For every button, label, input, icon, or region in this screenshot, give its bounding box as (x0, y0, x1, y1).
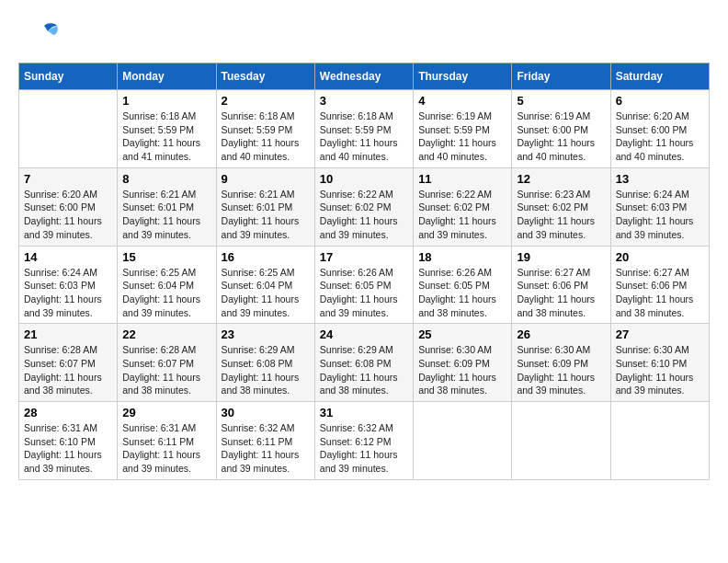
cell-info: Sunrise: 6:18 AMSunset: 5:59 PMDaylight:… (222, 110, 300, 162)
calendar-cell: 14Sunrise: 6:24 AMSunset: 6:03 PMDayligh… (19, 246, 118, 324)
calendar-cell: 5Sunrise: 6:19 AMSunset: 6:00 PMDaylight… (512, 90, 610, 168)
calendar-cell: 31Sunrise: 6:32 AMSunset: 6:12 PMDayligh… (314, 402, 413, 480)
cell-info: Sunrise: 6:29 AMSunset: 6:08 PMDaylight:… (320, 344, 398, 396)
calendar-cell: 23Sunrise: 6:29 AMSunset: 6:08 PMDayligh… (216, 324, 314, 402)
cell-info: Sunrise: 6:27 AMSunset: 6:06 PMDaylight:… (517, 267, 595, 318)
calendar-cell: 10Sunrise: 6:22 AMSunset: 6:02 PMDayligh… (314, 167, 413, 246)
cell-info: Sunrise: 6:24 AMSunset: 6:03 PMDaylight:… (616, 189, 694, 240)
day-number: 12 (517, 172, 605, 186)
cell-info: Sunrise: 6:18 AMSunset: 5:59 PMDaylight:… (122, 110, 200, 162)
calendar-cell: 18Sunrise: 6:26 AMSunset: 6:05 PMDayligh… (414, 246, 512, 324)
calendar-cell: 9Sunrise: 6:21 AMSunset: 6:01 PMDaylight… (216, 167, 314, 246)
calendar-cell: 8Sunrise: 6:21 AMSunset: 6:01 PMDaylight… (118, 167, 216, 246)
page-header (18, 18, 710, 53)
cell-info: Sunrise: 6:20 AMSunset: 6:00 PMDaylight:… (616, 110, 694, 162)
calendar-cell: 15Sunrise: 6:25 AMSunset: 6:04 PMDayligh… (118, 246, 216, 324)
cell-info: Sunrise: 6:22 AMSunset: 6:02 PMDaylight:… (418, 189, 496, 240)
calendar-cell: 13Sunrise: 6:24 AMSunset: 6:03 PMDayligh… (610, 167, 709, 246)
day-number: 18 (418, 250, 506, 264)
day-number: 4 (418, 94, 506, 108)
cell-info: Sunrise: 6:32 AMSunset: 6:11 PMDaylight:… (222, 422, 300, 474)
calendar-cell: 22Sunrise: 6:28 AMSunset: 6:07 PMDayligh… (118, 324, 216, 402)
day-number: 1 (122, 94, 210, 108)
day-number: 30 (222, 406, 310, 419)
calendar-cell (512, 402, 610, 480)
day-number: 9 (222, 172, 310, 186)
calendar-cell: 11Sunrise: 6:22 AMSunset: 6:02 PMDayligh… (414, 167, 512, 246)
cell-info: Sunrise: 6:26 AMSunset: 6:05 PMDaylight:… (320, 267, 398, 318)
logo-svg (18, 18, 60, 53)
calendar-cell (414, 402, 512, 480)
day-number: 17 (320, 250, 408, 264)
cell-info: Sunrise: 6:21 AMSunset: 6:01 PMDaylight:… (122, 189, 200, 240)
calendar-cell: 25Sunrise: 6:30 AMSunset: 6:09 PMDayligh… (414, 324, 512, 402)
day-number: 6 (616, 94, 704, 108)
day-number: 15 (122, 250, 210, 264)
cell-info: Sunrise: 6:22 AMSunset: 6:02 PMDaylight:… (320, 189, 398, 240)
cell-info: Sunrise: 6:28 AMSunset: 6:07 PMDaylight:… (122, 344, 200, 396)
cell-info: Sunrise: 6:25 AMSunset: 6:04 PMDaylight:… (222, 267, 300, 318)
day-number: 10 (320, 172, 408, 186)
day-number: 23 (222, 327, 310, 341)
day-number: 26 (517, 327, 605, 341)
calendar-cell: 21Sunrise: 6:28 AMSunset: 6:07 PMDayligh… (19, 324, 118, 402)
week-row-4: 28Sunrise: 6:31 AMSunset: 6:10 PMDayligh… (19, 402, 710, 480)
cell-info: Sunrise: 6:24 AMSunset: 6:03 PMDaylight:… (24, 267, 102, 318)
cell-info: Sunrise: 6:23 AMSunset: 6:02 PMDaylight:… (517, 189, 595, 240)
cell-info: Sunrise: 6:32 AMSunset: 6:12 PMDaylight:… (320, 422, 398, 474)
cell-info: Sunrise: 6:27 AMSunset: 6:06 PMDaylight:… (616, 267, 694, 318)
cell-info: Sunrise: 6:25 AMSunset: 6:04 PMDaylight:… (122, 267, 200, 318)
calendar-cell: 7Sunrise: 6:20 AMSunset: 6:00 PMDaylight… (19, 167, 118, 246)
day-number: 29 (122, 406, 210, 419)
cell-info: Sunrise: 6:20 AMSunset: 6:00 PMDaylight:… (24, 189, 102, 240)
calendar-cell: 17Sunrise: 6:26 AMSunset: 6:05 PMDayligh… (314, 246, 413, 324)
cell-info: Sunrise: 6:30 AMSunset: 6:09 PMDaylight:… (418, 344, 496, 396)
day-number: 14 (24, 250, 112, 264)
cell-info: Sunrise: 6:19 AMSunset: 6:00 PMDaylight:… (517, 110, 595, 162)
calendar-cell: 19Sunrise: 6:27 AMSunset: 6:06 PMDayligh… (512, 246, 610, 324)
calendar-cell: 16Sunrise: 6:25 AMSunset: 6:04 PMDayligh… (216, 246, 314, 324)
calendar-cell: 4Sunrise: 6:19 AMSunset: 5:59 PMDaylight… (414, 90, 512, 168)
day-number: 20 (616, 250, 704, 264)
day-number: 24 (320, 327, 408, 341)
calendar-header-row: SundayMondayTuesdayWednesdayThursdayFrid… (19, 63, 710, 90)
calendar-cell (19, 90, 118, 168)
day-number: 22 (122, 327, 210, 341)
header-wednesday: Wednesday (314, 63, 413, 90)
cell-info: Sunrise: 6:28 AMSunset: 6:07 PMDaylight:… (24, 344, 102, 396)
cell-info: Sunrise: 6:30 AMSunset: 6:10 PMDaylight:… (616, 344, 694, 396)
cell-info: Sunrise: 6:30 AMSunset: 6:09 PMDaylight:… (517, 344, 595, 396)
cell-info: Sunrise: 6:19 AMSunset: 5:59 PMDaylight:… (418, 110, 496, 162)
header-tuesday: Tuesday (216, 63, 314, 90)
header-sunday: Sunday (19, 63, 118, 90)
calendar-cell: 24Sunrise: 6:29 AMSunset: 6:08 PMDayligh… (314, 324, 413, 402)
week-row-1: 7Sunrise: 6:20 AMSunset: 6:00 PMDaylight… (19, 167, 710, 246)
cell-info: Sunrise: 6:21 AMSunset: 6:01 PMDaylight:… (222, 189, 300, 240)
calendar-cell: 20Sunrise: 6:27 AMSunset: 6:06 PMDayligh… (610, 246, 709, 324)
cell-info: Sunrise: 6:18 AMSunset: 5:59 PMDaylight:… (320, 110, 398, 162)
day-number: 2 (222, 94, 310, 108)
calendar-cell: 27Sunrise: 6:30 AMSunset: 6:10 PMDayligh… (610, 324, 709, 402)
calendar-cell: 12Sunrise: 6:23 AMSunset: 6:02 PMDayligh… (512, 167, 610, 246)
day-number: 27 (616, 327, 704, 341)
calendar-cell: 26Sunrise: 6:30 AMSunset: 6:09 PMDayligh… (512, 324, 610, 402)
cell-info: Sunrise: 6:29 AMSunset: 6:08 PMDaylight:… (222, 344, 300, 396)
day-number: 5 (517, 94, 605, 108)
cell-info: Sunrise: 6:31 AMSunset: 6:10 PMDaylight:… (24, 422, 102, 474)
day-number: 3 (320, 94, 408, 108)
week-row-0: 1Sunrise: 6:18 AMSunset: 5:59 PMDaylight… (19, 90, 710, 168)
day-number: 25 (418, 327, 506, 341)
day-number: 11 (418, 172, 506, 186)
day-number: 7 (24, 172, 112, 186)
header-saturday: Saturday (610, 63, 709, 90)
day-number: 21 (24, 327, 112, 341)
calendar-cell: 6Sunrise: 6:20 AMSunset: 6:00 PMDaylight… (610, 90, 709, 168)
day-number: 8 (122, 172, 210, 186)
header-monday: Monday (118, 63, 216, 90)
day-number: 19 (517, 250, 605, 264)
calendar-cell: 1Sunrise: 6:18 AMSunset: 5:59 PMDaylight… (118, 90, 216, 168)
calendar-cell: 28Sunrise: 6:31 AMSunset: 6:10 PMDayligh… (19, 402, 118, 480)
week-row-2: 14Sunrise: 6:24 AMSunset: 6:03 PMDayligh… (19, 246, 710, 324)
week-row-3: 21Sunrise: 6:28 AMSunset: 6:07 PMDayligh… (19, 324, 710, 402)
logo (18, 18, 63, 53)
